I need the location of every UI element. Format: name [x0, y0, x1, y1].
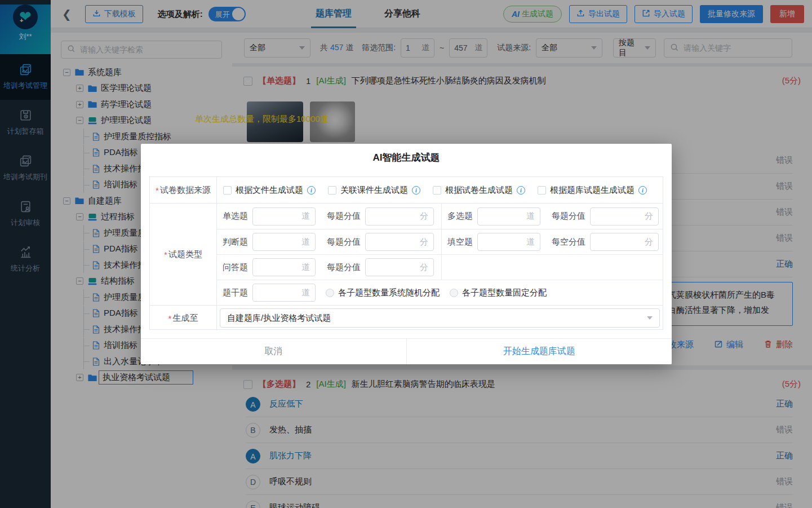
score-label: 每题分值 — [552, 211, 585, 222]
source-option-3[interactable]: 根据试卷生成试题i — [433, 185, 525, 196]
score-unit: 分 — [420, 211, 428, 222]
info-icon[interactable]: i — [517, 186, 525, 195]
score-label: 每题分值 — [327, 211, 361, 222]
stem-cell: 题干题道各子题型数量系统随机分配各子题型数量固定分配 — [217, 280, 547, 305]
source-option-label: 根据题库试题生成试题 — [550, 185, 634, 196]
type-cell-多选题: 多选题道每题分值分 — [442, 204, 659, 229]
type-name-label: 多选题 — [447, 211, 473, 222]
count-input[interactable]: 道 — [252, 233, 316, 251]
type-cell-填空题: 填空题道每空分值分 — [442, 229, 659, 254]
type-row-label: *试题类型 — [150, 204, 217, 305]
count-input[interactable]: 道 — [252, 284, 316, 302]
count-input[interactable]: 道 — [252, 207, 316, 226]
count-input[interactable]: 道 — [477, 207, 540, 226]
count-input[interactable]: 道 — [477, 233, 540, 251]
type-cell-判断题: 判断题道每题分值分 — [217, 229, 442, 254]
modal-form: *试卷数据来源 根据文件生成试题i关联课件生成试题i根据试卷生成试题i根据题库试… — [149, 176, 663, 330]
score-label: 每题分值 — [327, 237, 361, 248]
score-input[interactable]: 分 — [590, 207, 659, 226]
type-row: 单选题道每题分值分多选题道每题分值分 — [217, 204, 663, 229]
score-label: 每题分值 — [327, 262, 361, 273]
radio-icon[interactable] — [326, 289, 334, 297]
source-option-4[interactable]: 根据题库试题生成试题i — [538, 185, 647, 196]
type-row: 判断题道每题分值分填空题道每空分值分 — [217, 229, 663, 254]
modal-title: AI智能生成试题 — [141, 144, 672, 170]
target-row-label: *生成至 — [150, 306, 217, 330]
count-unit: 道 — [301, 211, 310, 222]
source-option-2[interactable]: 关联课件生成试题i — [328, 185, 420, 196]
source-option-label: 根据文件生成试题 — [236, 185, 303, 196]
distribution-radio-2[interactable]: 各子题型数量固定分配 — [450, 288, 547, 298]
score-input[interactable]: 分 — [590, 233, 659, 251]
type-cell-问答题: 问答题道每题分值分 — [217, 255, 442, 280]
source-row-label: *试卷数据来源 — [150, 177, 217, 203]
cancel-button[interactable]: 取消 — [141, 339, 407, 364]
source-option-label: 关联课件生成试题 — [340, 185, 408, 196]
count-input[interactable]: 道 — [252, 258, 316, 276]
score-unit: 分 — [645, 237, 653, 248]
distribution-radio-1[interactable]: 各子题型数量系统随机分配 — [326, 288, 440, 298]
info-icon[interactable]: i — [638, 186, 647, 195]
score-unit: 分 — [420, 262, 428, 273]
checkbox[interactable] — [433, 186, 441, 195]
stem-row: 题干题道各子题型数量系统随机分配各子题型数量固定分配 — [217, 280, 663, 305]
target-bank-select[interactable]: 自建题库/执业资格考试试题 — [220, 308, 660, 328]
type-row: 问答题道每题分值分 — [217, 254, 663, 280]
source-option-label: 根据试卷生成试题 — [445, 185, 513, 196]
type-cell-单选题: 单选题道每题分值分 — [217, 204, 442, 229]
score-unit: 分 — [645, 211, 653, 222]
info-icon[interactable]: i — [412, 186, 420, 195]
ai-generate-modal: AI智能生成试题 *试卷数据来源 根据文件生成试题i关联课件生成试题i根据试卷生… — [141, 144, 672, 364]
score-label: 每空分值 — [552, 237, 585, 248]
score-input[interactable]: 分 — [365, 207, 434, 226]
checkbox[interactable] — [328, 186, 336, 195]
count-unit: 道 — [526, 237, 535, 248]
type-name-label: 判断题 — [223, 237, 248, 248]
score-input[interactable]: 分 — [365, 233, 434, 251]
count-unit: 道 — [301, 262, 310, 273]
start-generate-button[interactable]: 开始生成题库试题 — [407, 339, 672, 364]
type-name-label: 填空题 — [447, 237, 473, 248]
count-unit: 道 — [301, 288, 310, 298]
checkbox[interactable] — [223, 186, 232, 195]
score-input[interactable]: 分 — [365, 258, 434, 276]
app-screen: ❤ + 刘** 培训考试管理计划暂存箱培训考试期刊计划审核统计分析 ❮ 下载模板… — [0, 0, 812, 508]
chevron-down-icon — [647, 316, 653, 320]
count-unit: 道 — [301, 237, 310, 248]
modal-footer: 取消 开始生成题库试题 — [141, 338, 672, 364]
radio-label: 各子题型数量系统随机分配 — [338, 288, 440, 298]
stem-name-label: 题干题 — [223, 288, 248, 298]
checkbox[interactable] — [538, 186, 546, 195]
source-options: 根据文件生成试题i关联课件生成试题i根据试卷生成试题i根据题库试题生成试题i — [217, 177, 663, 203]
source-option-1[interactable]: 根据文件生成试题i — [223, 185, 316, 196]
radio-icon[interactable] — [450, 289, 458, 297]
count-unit: 道 — [526, 211, 535, 222]
type-name-label: 问答题 — [223, 262, 248, 273]
radio-label: 各子题型数量固定分配 — [462, 288, 547, 298]
type-name-label: 单选题 — [223, 211, 248, 222]
info-icon[interactable]: i — [307, 186, 316, 195]
score-unit: 分 — [420, 237, 428, 248]
